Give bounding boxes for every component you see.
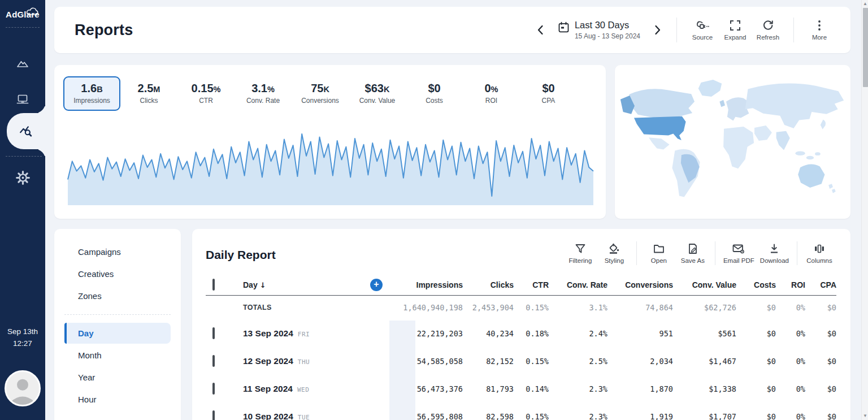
column-header-conversions[interactable]: Conversions [607,280,673,289]
stats-row: 1.6BImpressions2.5MClicks0.15%CTR3.1%Con… [54,65,606,111]
column-header-ctr[interactable]: CTR [514,280,549,289]
column-header-conv-value[interactable]: Conv. Value [673,280,736,289]
folder-icon [653,243,665,254]
nav-item-hour[interactable]: Hour [64,389,171,410]
next-period-button[interactable] [648,20,667,40]
email-attachment-icon [732,243,745,254]
app-logo[interactable]: AdGlare [0,0,45,19]
cell-conv-rate: 2.3% [549,384,607,393]
table-row[interactable]: 12 Sep 2024THU 54,585,058 82,152 0.15% 2… [206,347,836,375]
stat-chip-cpa[interactable]: $0CPA [520,76,577,111]
column-header-costs[interactable]: Costs [736,280,776,289]
column-header-clicks[interactable]: Clicks [463,280,514,289]
row-checkbox[interactable] [212,383,215,395]
laptop-icon [15,93,30,106]
save-as-button[interactable]: Save As [676,242,710,265]
page-title: Reports [75,21,133,39]
paint-bucket-icon [608,243,620,254]
sidebar-item-settings[interactable] [0,161,45,194]
download-label: Download [760,257,789,264]
row-day: 12 Sep 2024 [243,356,293,366]
scroll-up-arrow[interactable]: ▲ [862,1,868,7]
cell-conversions: 1,919 [607,412,673,420]
column-header-roi[interactable]: ROI [776,280,805,289]
totals-label: TOTALS [231,304,363,311]
totals-value: 0.15% [514,303,549,312]
stat-chip-roi[interactable]: 0%ROI [463,76,520,111]
sidebar-item-campaigns[interactable] [0,45,45,81]
stat-chip-conversions[interactable]: 75KConversions [292,76,349,111]
stat-chip-conv-rate[interactable]: 3.1%Conv. Rate [235,76,292,111]
filtering-label: Filtering [568,257,592,264]
email-pdf-label: Email PDF [723,257,754,264]
row-checkbox[interactable] [212,410,215,420]
row-day: 11 Sep 2024 [243,384,293,393]
refresh-icon [762,20,774,31]
row-weekday: FRI [298,331,310,338]
calendar-icon [558,21,570,33]
refresh-button[interactable]: Refresh [752,18,784,43]
styling-label: Styling [605,257,624,264]
cell-ctr: 0.14% [514,384,549,393]
expand-button[interactable]: Expand [719,18,752,43]
stat-chip-ctr[interactable]: 0.15%CTR [177,76,235,111]
stat-chip-impressions[interactable]: 1.6BImpressions [63,76,120,111]
stat-label: Clicks [123,97,175,105]
filtering-button[interactable]: Filtering [563,242,597,265]
columns-button[interactable]: Columns [802,242,836,265]
file-edit-icon [687,243,698,254]
nav-item-day[interactable]: Day [64,323,171,344]
kebab-menu-icon [818,20,821,31]
stat-chip-costs[interactable]: $0Costs [406,76,463,111]
cell-costs: $0 [736,329,776,338]
sidebar-divider [6,156,42,157]
stat-value: $0 [408,82,461,95]
source-button[interactable]: Source [686,18,719,43]
avatar[interactable] [5,370,41,406]
add-column-button[interactable]: + [370,279,383,291]
page-scrollbar[interactable]: ▲ ▼ [861,0,868,420]
table-row[interactable]: 10 Sep 2024TUE 56,595,808 82,598 0.15% 2… [206,402,836,420]
date-range-picker[interactable]: Last 30 Days 15 Aug - 13 Sep 2024 [558,20,640,40]
table-row[interactable]: 13 Sep 2024FRI 22,219,203 40,234 0.18% 2… [206,319,836,347]
styling-button[interactable]: Styling [597,242,631,265]
nav-item-creatives[interactable]: Creatives [64,263,171,284]
table-row[interactable]: 11 Sep 2024WED 56,473,376 81,793 0.14% 2… [206,375,836,402]
nav-item-year[interactable]: Year [64,367,171,388]
row-checkbox[interactable] [212,355,215,367]
sidebar-datetime: Sep 13th 12:27 [0,326,45,349]
column-header-impressions[interactable]: Impressions [389,280,463,289]
open-button[interactable]: Open [642,242,676,265]
row-weekday: WED [297,386,309,393]
stat-label: ROI [465,97,518,105]
stat-chip-clicks[interactable]: 2.5MClicks [120,76,177,111]
stat-chip-conv-value[interactable]: $63KConv. Value [349,76,406,111]
download-button[interactable]: Download [757,242,792,265]
cell-cpa: $0 [805,357,836,366]
header-divider [793,18,794,42]
nav-item-campaigns[interactable]: Campaigns [64,241,171,262]
totals-value: 0% [776,303,805,312]
nav-item-month[interactable]: Month [64,345,171,366]
stats-chart-card: 1.6BImpressions2.5MClicks0.15%CTR3.1%Con… [54,65,606,219]
toolbar-divider [797,241,797,265]
email-pdf-button[interactable]: Email PDF [721,242,757,265]
scroll-down-arrow[interactable]: ▼ [862,413,868,419]
column-header-day[interactable]: Day↓ [231,280,363,289]
gear-icon [16,171,30,185]
column-header-cpa[interactable]: CPA [805,280,836,289]
prev-period-button[interactable] [531,20,550,40]
scrollbar-thumb[interactable] [863,8,868,87]
table-title: Daily Report [206,248,276,262]
more-button[interactable]: More [803,18,836,43]
nav-item-zones[interactable]: Zones [64,285,171,306]
column-header-conv-rate[interactable]: Conv. Rate [549,280,607,289]
stat-value: 1.6B [66,82,118,95]
table-body: 13 Sep 2024FRI 22,219,203 40,234 0.18% 2… [206,319,836,420]
totals-value: 3.1% [549,303,607,312]
row-checkbox[interactable] [212,327,215,339]
cell-conversions: 2,034 [607,357,673,366]
select-all-checkbox[interactable] [212,279,215,291]
sidebar-item-reports-active[interactable] [7,113,45,149]
cell-conv-rate: 2.5% [549,357,607,366]
